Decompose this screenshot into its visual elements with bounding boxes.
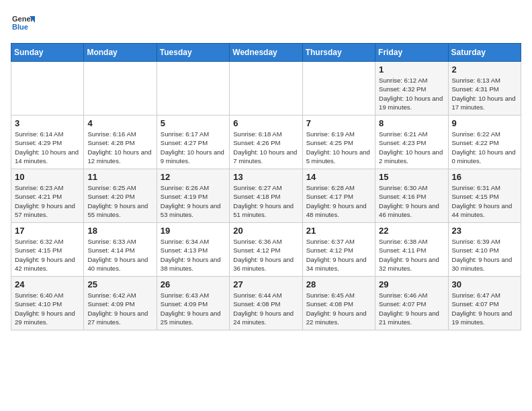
day-cell <box>11 62 84 116</box>
day-cell: 12Sunrise: 6:26 AM Sunset: 4:19 PM Dayli… <box>157 169 229 223</box>
day-cell: 19Sunrise: 6:34 AM Sunset: 4:13 PM Dayli… <box>157 223 229 277</box>
day-info: Sunrise: 6:36 AM Sunset: 4:12 PM Dayligh… <box>233 237 298 273</box>
header-cell-friday: Friday <box>375 44 448 62</box>
day-cell: 26Sunrise: 6:43 AM Sunset: 4:09 PM Dayli… <box>157 277 229 330</box>
day-number: 6 <box>233 118 298 128</box>
day-info: Sunrise: 6:40 AM Sunset: 4:10 PM Dayligh… <box>15 291 80 326</box>
day-cell: 7Sunrise: 6:19 AM Sunset: 4:25 PM Daylig… <box>302 116 375 169</box>
day-info: Sunrise: 6:25 AM Sunset: 4:20 PM Dayligh… <box>87 183 152 219</box>
day-cell: 3Sunrise: 6:14 AM Sunset: 4:29 PM Daylig… <box>11 116 84 169</box>
day-info: Sunrise: 6:37 AM Sunset: 4:12 PM Dayligh… <box>306 237 371 273</box>
day-number: 7 <box>306 118 371 128</box>
day-cell: 24Sunrise: 6:40 AM Sunset: 4:10 PM Dayli… <box>11 277 84 330</box>
day-cell: 2Sunrise: 6:13 AM Sunset: 4:31 PM Daylig… <box>448 62 521 116</box>
svg-text:Blue: Blue <box>12 23 28 31</box>
day-info: Sunrise: 6:43 AM Sunset: 4:09 PM Dayligh… <box>161 291 226 326</box>
day-info: Sunrise: 6:23 AM Sunset: 4:21 PM Dayligh… <box>15 183 80 219</box>
logo-icon: General Blue <box>11 11 35 35</box>
day-cell: 29Sunrise: 6:46 AM Sunset: 4:07 PM Dayli… <box>375 277 448 330</box>
day-cell: 14Sunrise: 6:28 AM Sunset: 4:17 PM Dayli… <box>302 169 375 223</box>
day-info: Sunrise: 6:42 AM Sunset: 4:09 PM Dayligh… <box>87 291 152 326</box>
day-cell: 1Sunrise: 6:12 AM Sunset: 4:32 PM Daylig… <box>375 62 448 116</box>
day-info: Sunrise: 6:33 AM Sunset: 4:14 PM Dayligh… <box>87 237 152 273</box>
week-row-4: 17Sunrise: 6:32 AM Sunset: 4:15 PM Dayli… <box>11 223 521 277</box>
day-cell: 27Sunrise: 6:44 AM Sunset: 4:08 PM Dayli… <box>230 277 302 330</box>
day-info: Sunrise: 6:30 AM Sunset: 4:16 PM Dayligh… <box>379 183 444 219</box>
day-info: Sunrise: 6:46 AM Sunset: 4:07 PM Dayligh… <box>379 291 444 326</box>
day-number: 22 <box>379 226 444 236</box>
day-number: 27 <box>233 279 298 289</box>
day-cell: 10Sunrise: 6:23 AM Sunset: 4:21 PM Dayli… <box>11 169 84 223</box>
day-number: 19 <box>161 226 226 236</box>
header-cell-thursday: Thursday <box>302 44 375 62</box>
day-number: 26 <box>161 279 226 289</box>
day-number: 29 <box>379 279 444 289</box>
day-info: Sunrise: 6:12 AM Sunset: 4:32 PM Dayligh… <box>379 76 444 111</box>
day-info: Sunrise: 6:34 AM Sunset: 4:13 PM Dayligh… <box>161 237 226 273</box>
day-number: 10 <box>15 172 80 182</box>
day-info: Sunrise: 6:17 AM Sunset: 4:27 PM Dayligh… <box>161 130 226 165</box>
day-cell: 25Sunrise: 6:42 AM Sunset: 4:09 PM Dayli… <box>84 277 157 330</box>
header-cell-saturday: Saturday <box>448 44 521 62</box>
day-cell: 30Sunrise: 6:47 AM Sunset: 4:07 PM Dayli… <box>448 277 521 330</box>
day-number: 25 <box>87 279 152 289</box>
day-number: 8 <box>379 118 444 128</box>
header-cell-wednesday: Wednesday <box>230 44 302 62</box>
day-cell: 28Sunrise: 6:45 AM Sunset: 4:08 PM Dayli… <box>302 277 375 330</box>
day-info: Sunrise: 6:14 AM Sunset: 4:29 PM Dayligh… <box>15 130 80 165</box>
day-info: Sunrise: 6:27 AM Sunset: 4:18 PM Dayligh… <box>233 183 298 219</box>
day-cell: 20Sunrise: 6:36 AM Sunset: 4:12 PM Dayli… <box>230 223 302 277</box>
day-info: Sunrise: 6:47 AM Sunset: 4:07 PM Dayligh… <box>452 291 517 326</box>
day-cell: 4Sunrise: 6:16 AM Sunset: 4:28 PM Daylig… <box>84 116 157 169</box>
week-row-3: 10Sunrise: 6:23 AM Sunset: 4:21 PM Dayli… <box>11 169 521 223</box>
day-info: Sunrise: 6:26 AM Sunset: 4:19 PM Dayligh… <box>161 183 226 219</box>
day-cell <box>157 62 229 116</box>
day-cell: 15Sunrise: 6:30 AM Sunset: 4:16 PM Dayli… <box>375 169 448 223</box>
day-number: 12 <box>161 172 226 182</box>
day-number: 1 <box>379 64 444 75</box>
day-number: 18 <box>87 226 152 236</box>
day-cell <box>230 62 302 116</box>
header-row: SundayMondayTuesdayWednesdayThursdayFrid… <box>11 44 521 62</box>
day-info: Sunrise: 6:16 AM Sunset: 4:28 PM Dayligh… <box>87 130 152 165</box>
day-number: 20 <box>233 226 298 236</box>
calendar-table: SundayMondayTuesdayWednesdayThursdayFrid… <box>11 43 521 330</box>
day-info: Sunrise: 6:28 AM Sunset: 4:17 PM Dayligh… <box>306 183 371 219</box>
header-cell-sunday: Sunday <box>11 44 84 62</box>
day-cell <box>302 62 375 116</box>
day-number: 17 <box>15 226 80 236</box>
day-cell: 21Sunrise: 6:37 AM Sunset: 4:12 PM Dayli… <box>302 223 375 277</box>
day-number: 3 <box>15 118 80 128</box>
day-cell: 18Sunrise: 6:33 AM Sunset: 4:14 PM Dayli… <box>84 223 157 277</box>
day-number: 5 <box>161 118 226 128</box>
week-row-5: 24Sunrise: 6:40 AM Sunset: 4:10 PM Dayli… <box>11 277 521 330</box>
day-cell: 17Sunrise: 6:32 AM Sunset: 4:15 PM Dayli… <box>11 223 84 277</box>
day-cell: 22Sunrise: 6:38 AM Sunset: 4:11 PM Dayli… <box>375 223 448 277</box>
day-number: 16 <box>452 172 517 182</box>
header-cell-monday: Monday <box>84 44 157 62</box>
day-cell: 8Sunrise: 6:21 AM Sunset: 4:23 PM Daylig… <box>375 116 448 169</box>
day-info: Sunrise: 6:13 AM Sunset: 4:31 PM Dayligh… <box>452 76 517 111</box>
day-info: Sunrise: 6:45 AM Sunset: 4:08 PM Dayligh… <box>306 291 371 326</box>
day-cell: 6Sunrise: 6:18 AM Sunset: 4:26 PM Daylig… <box>230 116 302 169</box>
day-number: 14 <box>306 172 371 182</box>
day-number: 11 <box>87 172 152 182</box>
header-cell-tuesday: Tuesday <box>157 44 229 62</box>
day-info: Sunrise: 6:38 AM Sunset: 4:11 PM Dayligh… <box>379 237 444 273</box>
day-info: Sunrise: 6:44 AM Sunset: 4:08 PM Dayligh… <box>233 291 298 326</box>
day-number: 2 <box>452 64 517 75</box>
week-row-2: 3Sunrise: 6:14 AM Sunset: 4:29 PM Daylig… <box>11 116 521 169</box>
day-cell: 9Sunrise: 6:22 AM Sunset: 4:22 PM Daylig… <box>448 116 521 169</box>
day-number: 9 <box>452 118 517 128</box>
day-number: 21 <box>306 226 371 236</box>
day-info: Sunrise: 6:32 AM Sunset: 4:15 PM Dayligh… <box>15 237 80 273</box>
day-info: Sunrise: 6:19 AM Sunset: 4:25 PM Dayligh… <box>306 130 371 165</box>
day-cell: 11Sunrise: 6:25 AM Sunset: 4:20 PM Dayli… <box>84 169 157 223</box>
day-number: 28 <box>306 279 371 289</box>
day-number: 30 <box>452 279 517 289</box>
day-info: Sunrise: 6:21 AM Sunset: 4:23 PM Dayligh… <box>379 130 444 165</box>
day-info: Sunrise: 6:39 AM Sunset: 4:10 PM Dayligh… <box>452 237 517 273</box>
day-cell: 13Sunrise: 6:27 AM Sunset: 4:18 PM Dayli… <box>230 169 302 223</box>
day-cell: 5Sunrise: 6:17 AM Sunset: 4:27 PM Daylig… <box>157 116 229 169</box>
day-number: 15 <box>379 172 444 182</box>
